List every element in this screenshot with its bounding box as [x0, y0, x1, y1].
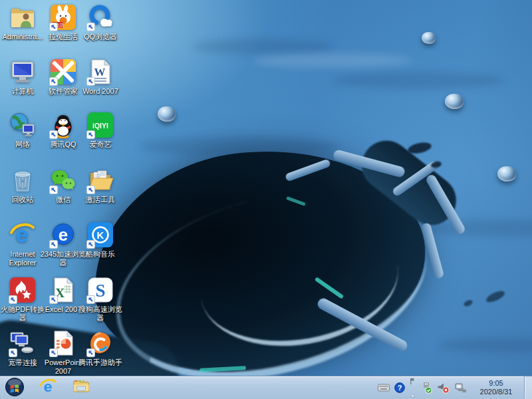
latu-life-icon: 兔生活 [50, 4, 76, 31]
tencent-game-helper-icon [87, 330, 114, 356]
volume-muted-icon[interactable] [437, 382, 450, 394]
desktop-icon-label: QQ浏览器 [75, 33, 126, 41]
desktop-icon-sogou-browser[interactable]: S搜狗高速浏览器 [75, 277, 126, 323]
shortcut-arrow-overlay [9, 295, 17, 304]
taskbar: e ? [0, 376, 532, 399]
windows7-desktop: Administra...兔生活拉兔生活QQ浏览器计算机软件管家WWord 20… [0, 0, 532, 399]
desktop-icon-activation-tools[interactable]: 激活工具 [75, 167, 126, 204]
svg-text:S: S [95, 281, 105, 301]
word-icon: W [87, 59, 114, 85]
desktop-icon-label: 爱奇艺 [75, 140, 126, 149]
clock-date: 2020/8/31 [475, 388, 517, 396]
show-desktop-button[interactable] [524, 376, 532, 399]
shortcut-arrow-overlay [9, 348, 17, 357]
desktop-icon-label: 激活工具 [75, 196, 126, 204]
user-folder-icon [9, 4, 36, 31]
folder-icon [72, 377, 90, 398]
desktop-icon-qq-browser[interactable]: QQ浏览器 [75, 4, 126, 41]
system-tray: ? [378, 376, 532, 399]
broadband-icon [9, 330, 36, 356]
svg-text:K: K [97, 229, 104, 241]
start-button[interactable] [5, 378, 25, 398]
iqiyi-icon: iQIYI [87, 112, 114, 138]
qq-browser-icon [87, 4, 114, 31]
svg-text:W: W [94, 66, 106, 78]
input-keyboard-icon[interactable] [378, 384, 390, 392]
hidden-icons-arrow-icon [410, 388, 416, 399]
shortcut-arrow-overlay [86, 77, 95, 86]
desktop-icon-label: 腾讯手游助手 [75, 358, 126, 367]
network-icon [9, 112, 36, 138]
desktop-icon-label: 酷狗音乐 [75, 250, 126, 259]
desktop-icon-kugou-music[interactable]: K酷狗音乐 [75, 221, 126, 259]
tencent-qq-icon [50, 112, 76, 138]
desktop-icon-label: 搜狗高速浏览器 [75, 305, 126, 323]
svg-text:e: e [59, 225, 68, 245]
usb-safely-remove-icon[interactable] [420, 382, 432, 394]
pdf-converter-icon [9, 277, 36, 303]
kugou-music-icon: K [87, 221, 114, 248]
internet-explorer-icon: e [39, 378, 57, 398]
shortcut-arrow-overlay [86, 23, 95, 31]
browser-2345-icon: e [50, 221, 76, 248]
windows-logo-icon [5, 377, 25, 399]
shortcut-arrow-overlay [49, 77, 58, 86]
network-status-icon[interactable] [454, 382, 467, 393]
shortcut-arrow-overlay [49, 240, 58, 249]
shortcut-arrow-overlay [86, 348, 95, 357]
shortcut-arrow-overlay [49, 186, 58, 194]
desktop-icon-word[interactable]: WWord 2007 [75, 59, 126, 96]
desktop-icon-tencent-game-helper[interactable]: 腾讯手游助手 [75, 330, 126, 367]
clock-time: 9:05 [475, 379, 517, 388]
shortcut-arrow-overlay [49, 348, 58, 357]
wechat-icon [50, 167, 76, 194]
desktop-icon-grid: Administra...兔生活拉兔生活QQ浏览器计算机软件管家WWord 20… [0, 0, 532, 376]
help-icon[interactable]: ? [394, 382, 405, 393]
sogou-browser-icon: S [87, 277, 114, 303]
tray-clock[interactable]: 9:05 2020/8/31 [475, 379, 517, 396]
powerpoint-icon [50, 330, 76, 356]
shortcut-arrow-overlay [86, 130, 95, 139]
notification-area-flag[interactable] [410, 376, 416, 399]
shortcut-arrow-overlay [86, 295, 95, 304]
desktop-icon-label: Word 2007 [75, 87, 126, 96]
shortcut-arrow-overlay [49, 295, 58, 304]
activation-tools-icon [87, 167, 114, 194]
internet-explorer-icon: e [9, 221, 36, 248]
taskbar-internet-explorer-button[interactable]: e [38, 378, 58, 398]
shortcut-arrow-overlay [86, 186, 95, 194]
software-manager-icon [50, 59, 76, 85]
shortcut-arrow-overlay [49, 23, 58, 31]
computer-icon [9, 59, 36, 85]
shortcut-arrow-overlay [49, 130, 58, 139]
desktop-icon-iqiyi[interactable]: iQIYI爱奇艺 [75, 112, 126, 149]
taskbar-windows-explorer-button[interactable] [71, 378, 91, 398]
svg-text:?: ? [398, 384, 402, 392]
recycle-bin-icon [9, 167, 36, 194]
action-center-flag-icon [410, 376, 416, 388]
shortcut-arrow-overlay [86, 240, 95, 249]
svg-text:iQIYI: iQIYI [92, 122, 108, 130]
excel-icon: X [50, 277, 76, 303]
